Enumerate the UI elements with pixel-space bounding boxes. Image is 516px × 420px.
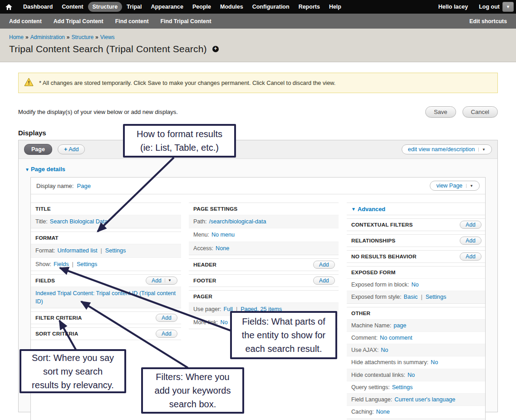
add-display-button[interactable]: +Add (58, 144, 85, 154)
annotation-line: (ie: List, Table, etc.) (127, 141, 232, 154)
setting-link-settings[interactable]: Settings (77, 261, 98, 267)
add-button[interactable]: Add (313, 277, 335, 285)
setting-row: Hide contextual links:No (347, 369, 485, 381)
setting-label: Use pager: (193, 305, 221, 313)
value-separator: | (101, 247, 102, 254)
add-button[interactable]: Add (460, 252, 482, 261)
setting-link-page[interactable]: page (393, 322, 406, 329)
display-name-value-link[interactable]: Page (77, 183, 91, 189)
setting-link-settings[interactable]: Settings (105, 247, 126, 254)
setting-link-basic[interactable]: Basic (404, 294, 418, 300)
form-actions-row: Modify the display(s) of your view below… (18, 106, 498, 118)
setting-values: None (216, 244, 229, 252)
add-button[interactable]: Add (156, 314, 177, 322)
views-section-contextual-filters: CONTEXTUAL FILTERSAdd (347, 218, 485, 231)
drupal-views-edit-page: DashboardContentStructureTripalAppearanc… (0, 0, 516, 420)
shortcut-items: Add contentAdd Tripal ContentFind conten… (9, 18, 211, 25)
views-section-exposed-form: EXPOSED FORMExposed form in block:NoExpo… (347, 266, 485, 304)
admin-toolbar: DashboardContentStructureTripalAppearanc… (0, 0, 516, 14)
section-title: FILTER CRITERIA (35, 315, 82, 321)
setting-link-unformatted-list[interactable]: Unformatted list (57, 247, 97, 254)
setting-link-current-user-s-language[interactable]: Current user's language (394, 396, 455, 403)
contextual-add-icon[interactable]: + (212, 46, 219, 52)
breadcrumb-link-views[interactable]: Views (100, 34, 115, 40)
setting-link-settings[interactable]: Settings (392, 384, 413, 390)
breadcrumb-link-structure[interactable]: Structure (71, 34, 93, 40)
setting-link-settings[interactable]: Settings (426, 294, 447, 300)
setting-link-no[interactable]: No (431, 359, 438, 366)
admin-menu-item-help[interactable]: Help (324, 2, 346, 12)
shortcut-item-add-content[interactable]: Add content (9, 18, 42, 25)
display-tab-page[interactable]: Page (24, 144, 52, 155)
breadcrumb-link-administration[interactable]: Administration (30, 34, 65, 40)
value-separator: | (421, 294, 422, 300)
setting-link-none[interactable]: None (216, 245, 229, 252)
add-button-label: Add (162, 331, 172, 337)
admin-menu-item-structure[interactable]: Structure (88, 2, 123, 12)
admin-menu-item-people[interactable]: People (188, 2, 216, 12)
setting-row: Access:None (189, 242, 339, 255)
logout-link[interactable]: Log out (479, 4, 500, 10)
shortcut-item-add-tripal-content[interactable]: Add Tripal Content (54, 18, 103, 25)
setting-link-no[interactable]: No (381, 347, 388, 353)
breadcrumb: Home»Administration»Structure»Views (9, 34, 507, 40)
edit-view-name-button[interactable]: edit view name/description▼ (402, 144, 492, 154)
add-button[interactable]: Add (460, 237, 482, 245)
annotation-line: results by relevancy. (23, 378, 123, 392)
setting-link-no[interactable]: No (408, 372, 415, 378)
setting-row: Exposed form style:Basic|Settings (347, 291, 485, 303)
edit-shortcuts-link[interactable]: Edit shortcuts (469, 18, 507, 25)
page-details-toggle[interactable]: ▼Page details (25, 166, 65, 173)
setting-row: Machine Name:page (347, 319, 485, 331)
save-button[interactable]: Save (425, 106, 456, 118)
modify-help-text: Modify the display(s) of your view below… (18, 109, 178, 115)
add-button[interactable]: Add (156, 330, 177, 338)
setting-link-fields[interactable]: Fields (54, 261, 69, 267)
admin-menu-item-content[interactable]: Content (57, 2, 88, 12)
admin-menu-item-tripal[interactable]: Tripal (122, 2, 146, 12)
setting-link-no[interactable]: No (411, 282, 418, 288)
admin-menu-item-configuration[interactable]: Configuration (248, 2, 294, 12)
cancel-button[interactable]: Cancel (462, 106, 498, 118)
setting-row: Use AJAX:No (347, 344, 485, 356)
setting-link-no-comment[interactable]: No comment (380, 335, 412, 341)
setting-label: Access: (193, 244, 213, 252)
admin-menu-item-reports[interactable]: Reports (294, 2, 324, 12)
advanced-toggle[interactable]: ▼Advanced (347, 203, 485, 215)
setting-row: Comment:No comment (347, 331, 485, 344)
home-icon[interactable] (5, 4, 12, 10)
setting-link-search-biological-data[interactable]: Search Biological Data (50, 218, 108, 225)
setting-link-no[interactable]: No (221, 319, 228, 326)
section-header-exposed-form: EXPOSED FORM (347, 267, 485, 278)
setting-link-indexed-tripal-content-tripal-[interactable]: Indexed Tripal Content: Tripal content I… (35, 290, 176, 305)
add-button[interactable]: Add▼ (146, 277, 177, 285)
view-page-button[interactable]: view Page▼ (430, 181, 480, 191)
shortcut-item-find-content[interactable]: Find content (115, 18, 149, 25)
section-title: PAGE SETTINGS (193, 206, 237, 212)
setting-label: Format: (35, 247, 55, 255)
admin-menu-item-dashboard[interactable]: Dashboard (19, 2, 57, 12)
annotation-line: Filters: Where you (145, 370, 241, 384)
views-section-no-results-behavior: NO RESULTS BEHAVIORAdd (347, 250, 485, 263)
section-header-footer: FOOTERAdd (189, 275, 339, 287)
views-section-header: HEADERAdd (189, 258, 339, 271)
admin-menu-item-modules[interactable]: Modules (216, 2, 248, 12)
admin-menu-item-appearance[interactable]: Appearance (146, 2, 188, 12)
section-header-contextual-filters: CONTEXTUAL FILTERSAdd (347, 219, 485, 231)
shortcut-item-find-tripal-content[interactable]: Find Tripal Content (161, 18, 211, 25)
user-greeting[interactable]: Hello lacey (438, 4, 468, 10)
setting-link-search-biological-data[interactable]: /search/biological-data (209, 218, 266, 225)
add-button-label: Add (152, 277, 162, 284)
svg-text:!: ! (28, 80, 30, 85)
section-title: EXPOSED FORM (351, 269, 395, 276)
breadcrumb-link-home[interactable]: Home (9, 34, 24, 40)
setting-link-none[interactable]: None (376, 409, 390, 415)
add-button[interactable]: Add (460, 221, 482, 229)
setting-link-no-menu[interactable]: No menu (211, 232, 235, 238)
chevron-down-icon: ▼ (165, 278, 172, 282)
setting-values: Basic|Settings (404, 293, 447, 301)
add-button[interactable]: Add (313, 261, 335, 269)
section-header-no-results-behavior: NO RESULTS BEHAVIORAdd (347, 251, 485, 262)
setting-row: Show:Fields|Settings (31, 257, 181, 271)
toolbar-toggle-button[interactable]: ▼ (502, 2, 514, 12)
